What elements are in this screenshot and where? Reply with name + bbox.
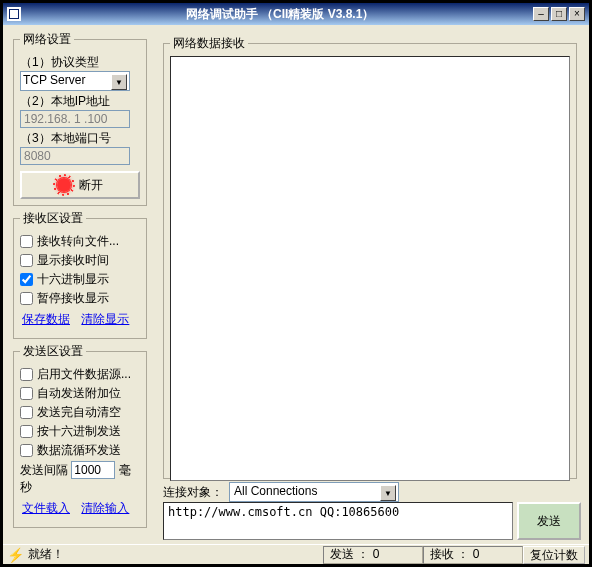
recv-showtime-checkbox[interactable]	[20, 254, 33, 267]
titlebar[interactable]: 网络调试助手 （CII精装版 V3.8.1） – □ ×	[3, 3, 589, 25]
recv-hex-checkbox[interactable]	[20, 273, 33, 286]
recv-pause-checkbox[interactable]	[20, 292, 33, 305]
status-ready: 就绪！	[28, 546, 64, 563]
window-title: 网络调试助手 （CII精装版 V3.8.1）	[27, 6, 533, 23]
maximize-button[interactable]: □	[551, 7, 567, 21]
close-button[interactable]: ×	[569, 7, 585, 21]
send-textarea[interactable]: http://www.cmsoft.cn QQ:10865600	[163, 502, 513, 540]
send-hexsend-checkbox[interactable]	[20, 425, 33, 438]
minimize-button[interactable]: –	[533, 7, 549, 21]
send-filesrc-checkbox[interactable]	[20, 368, 33, 381]
status-sent: 发送 ： 0	[323, 546, 423, 564]
send-autoextra-checkbox[interactable]	[20, 387, 33, 400]
connection-label: 连接对象：	[163, 484, 223, 501]
receive-data-legend: 网络数据接收	[170, 35, 248, 52]
connection-select[interactable]: All Connections	[229, 482, 399, 502]
protocol-select[interactable]: TCP Server	[20, 71, 130, 91]
clear-display-link[interactable]: 清除显示	[81, 312, 129, 326]
network-settings-group: 网络设置 （1）协议类型 TCP Server （2）本地IP地址 （3）本地端…	[13, 31, 147, 206]
ip-label: （2）本地IP地址	[20, 93, 140, 110]
port-label: （3）本地端口号	[20, 130, 140, 147]
receive-textarea[interactable]	[170, 56, 570, 481]
ready-icon: ⚡	[7, 547, 24, 563]
disconnect-label: 断开	[79, 177, 103, 194]
network-settings-legend: 网络设置	[20, 31, 74, 48]
statusbar: ⚡ 就绪！ 发送 ： 0 接收 ： 0 复位计数	[3, 544, 589, 564]
disconnect-icon	[57, 178, 71, 192]
reset-counter-button[interactable]: 复位计数	[523, 546, 585, 564]
recv-tofile-checkbox[interactable]	[20, 235, 33, 248]
send-settings-group: 发送区设置 启用文件数据源... 自动发送附加位 发送完自动清空 按十六进制发送…	[13, 343, 147, 528]
receive-settings-legend: 接收区设置	[20, 210, 86, 227]
send-settings-legend: 发送区设置	[20, 343, 86, 360]
receive-data-group: 网络数据接收	[163, 35, 577, 479]
file-load-link[interactable]: 文件载入	[22, 501, 70, 515]
send-loopsend-checkbox[interactable]	[20, 444, 33, 457]
save-data-link[interactable]: 保存数据	[22, 312, 70, 326]
status-recv: 接收 ： 0	[423, 546, 523, 564]
port-input[interactable]	[20, 147, 130, 165]
send-button[interactable]: 发送	[517, 502, 581, 540]
interval-input[interactable]	[71, 461, 115, 479]
app-icon	[7, 7, 21, 21]
receive-settings-group: 接收区设置 接收转向文件... 显示接收时间 十六进制显示 暂停接收显示 保存数…	[13, 210, 147, 339]
disconnect-button[interactable]: 断开	[20, 171, 140, 199]
protocol-label: （1）协议类型	[20, 54, 140, 71]
ip-input[interactable]	[20, 110, 130, 128]
interval-label: 发送间隔	[20, 463, 68, 477]
send-autoclear-checkbox[interactable]	[20, 406, 33, 419]
clear-input-link[interactable]: 清除输入	[81, 501, 129, 515]
